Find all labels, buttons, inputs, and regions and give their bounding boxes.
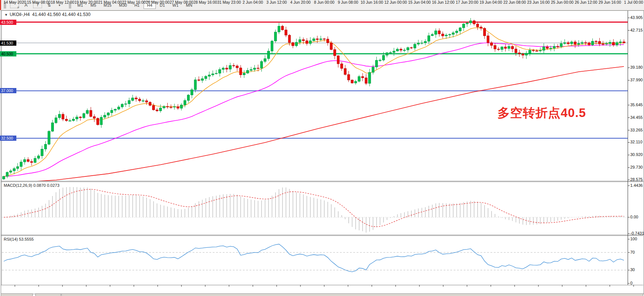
candlestick-chart (2, 18, 628, 183)
time-axis-label[interactable]: 23 Jun 16:00 (527, 0, 550, 4)
time-axis-label[interactable]: 28 May 16:00 (193, 0, 217, 4)
time-axis-label[interactable]: 19 May 20:00 (74, 0, 98, 4)
bottom-tab-stub-1[interactable] (35, 293, 61, 296)
time-axis-label[interactable]: 16 Jun 12:00 (432, 0, 455, 4)
price-axis-tick-label[interactable]: 33.265 (630, 128, 643, 132)
time-axis-label[interactable]: 1 Jul 00:00 (624, 0, 643, 4)
price-badge-37.000: 37.000 (0, 88, 16, 93)
time-axis-label[interactable]: 8 Jun 00:00 (314, 0, 335, 4)
macd-axis-tick-label[interactable]: 1.4436 (630, 183, 643, 188)
price-axis-tick-label[interactable]: 39.180 (630, 65, 643, 69)
rsi-axis-tick-label[interactable]: 30 (630, 267, 635, 272)
macd-axis-tick-label[interactable]: 0.00 (630, 215, 638, 219)
price-annotation-text: 多空转折点40.5 (498, 105, 586, 121)
price-badge-41.530: 41.530 (0, 40, 16, 46)
chart-ohlc-values: 41.440 41.560 41.440 41.530 (32, 12, 91, 17)
price-badge-32.500: 32.500 (0, 136, 16, 141)
chart-expander-icon[interactable]: ▼ (4, 13, 8, 17)
time-axis-label[interactable]: 19 Jun 04:00 (480, 0, 502, 4)
rsi-indicator-label: RSI(14) 53.5555 (4, 237, 34, 241)
mt4-application: FAT⇅▾ M1M5M15M30H1H4D1W1MN ▼UKOil-,H4 41… (0, 0, 644, 296)
time-axis-label[interactable]: 4 Jun 20:00 (290, 0, 311, 4)
time-axis-label[interactable]: 9 Jun 08:00 (338, 0, 358, 4)
time-axis-label[interactable]: 12 Jun 00:00 (384, 0, 407, 4)
price-axis-tick-label[interactable]: 28.575 (630, 177, 643, 182)
chart-title: ▼UKOil-,H4 41.440 41.560 41.440 41.530 (4, 12, 90, 17)
time-axis-label[interactable]: 14 May 2020 (4, 0, 26, 4)
rsi-axis-tick-label[interactable]: 100 (630, 237, 637, 241)
time-axis-label[interactable]: 26 Jun 12:00 (575, 0, 598, 4)
rsi-panel-chart (2, 244, 628, 272)
macd-panel-chart (2, 187, 628, 233)
price-badge-43.500: 43.500 (0, 20, 16, 25)
price-axis-tick-label[interactable]: 42.715 (630, 28, 643, 32)
macd-indicator-label: MACD(12,26,9) 0.0870 0.0273 (4, 183, 59, 188)
time-axis-label[interactable]: 22 Jun 08:00 (503, 0, 526, 4)
time-axis-label[interactable]: 18 May 12:00 (51, 0, 74, 4)
price-axis-tick-label[interactable]: 35.645 (630, 103, 643, 107)
time-axis-label[interactable]: 25 Jun 00:00 (551, 0, 574, 4)
price-badge-40.500: 40.500 (0, 51, 16, 56)
chart-canvas (0, 0, 644, 296)
time-axis-label[interactable]: 21 May 04:00 (98, 0, 122, 4)
time-axis-label[interactable]: 15 Jun 04:00 (408, 0, 431, 4)
bottom-tab-stub-2[interactable] (61, 293, 643, 296)
time-axis-label[interactable]: 22 May 16:00 (122, 0, 146, 4)
macd-axis-tick-label[interactable]: -0.7431 (630, 231, 644, 235)
time-axis-label[interactable]: 3 Jun 12:00 (267, 0, 287, 4)
time-axis-label[interactable]: 29 Jun 16:00 (599, 0, 621, 4)
rsi-axis-tick-label[interactable]: 0 (630, 281, 632, 285)
price-axis-tick-label[interactable]: 43.905 (630, 15, 643, 20)
time-axis-label[interactable]: 15 May 08:00 (27, 0, 51, 4)
price-axis-tick-label[interactable]: 34.455 (630, 115, 643, 120)
price-axis-tick-label[interactable]: 29.730 (630, 165, 643, 169)
time-axis-label[interactable]: 2 Jun 04:00 (243, 0, 263, 4)
bottom-tab-stub-0[interactable] (1, 293, 33, 296)
time-axis-label[interactable]: 10 Jun 16:00 (361, 0, 383, 4)
time-axis-label[interactable]: 27 May 08:00 (170, 0, 193, 4)
time-axis-label[interactable]: 26 May 00:00 (146, 0, 170, 4)
price-axis-tick-label[interactable]: 37.990 (630, 78, 643, 82)
price-axis-tick-label[interactable]: 32.110 (630, 140, 643, 144)
rsi-axis-tick-label[interactable]: 70 (630, 250, 635, 254)
time-axis-label[interactable]: 31 May 23:00 (217, 0, 241, 4)
time-axis-label[interactable]: 17 Jun 20:00 (456, 0, 479, 4)
chart-symbol-label: UKOil-,H4 (10, 12, 30, 17)
price-axis-tick-label[interactable]: 30.920 (630, 152, 643, 157)
